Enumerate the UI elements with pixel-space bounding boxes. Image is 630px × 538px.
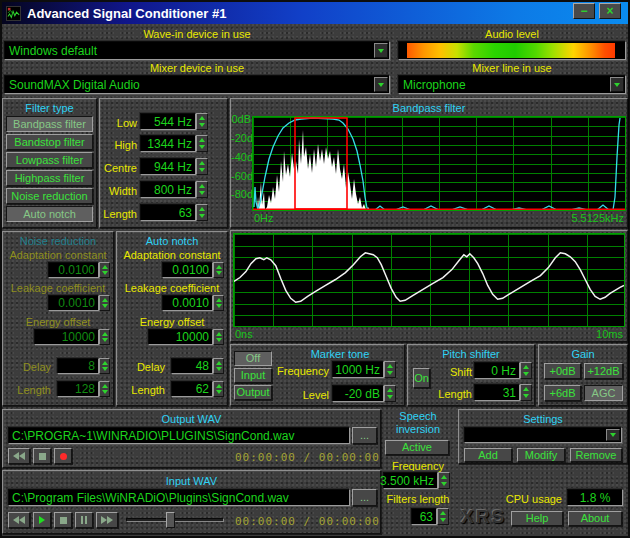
speech-inversion-active-button[interactable]: Active xyxy=(385,440,449,455)
chevron-down-icon[interactable] xyxy=(374,43,388,58)
output-rewind-button[interactable] xyxy=(8,448,30,464)
pitch-on-button[interactable]: On xyxy=(413,368,430,388)
filter-bandstop-button[interactable]: Bandstop filter xyxy=(6,134,93,150)
settings-select[interactable] xyxy=(464,427,622,443)
pitch-length-spinner[interactable] xyxy=(520,384,532,401)
marker-level-spinner[interactable] xyxy=(384,385,396,402)
output-record-button[interactable] xyxy=(54,448,72,464)
nr-length-spinner[interactable] xyxy=(99,381,110,397)
gain-0db-button[interactable]: +0dB xyxy=(544,363,581,379)
an-leakage-spinner[interactable] xyxy=(213,295,224,311)
filter-highpass-button[interactable]: Highpass filter xyxy=(6,170,93,186)
bandpass-plot[interactable] xyxy=(252,116,626,211)
an-energy-field[interactable]: 10000 xyxy=(148,329,213,345)
title-bar[interactable]: Advanced Signal Conditioner #1 xyxy=(2,2,628,24)
an-length-label: Length xyxy=(117,384,165,396)
wave-in-device-select[interactable]: Windows default xyxy=(4,41,390,60)
close-button[interactable]: × xyxy=(599,3,621,19)
marker-input-button[interactable]: Input xyxy=(234,368,272,383)
speech-frequency-field[interactable]: 3.500 kHz xyxy=(383,472,438,489)
an-delay-spinner[interactable] xyxy=(213,358,224,374)
nr-adaptation-field[interactable]: 0.0100 xyxy=(48,262,99,278)
chevron-down-icon[interactable] xyxy=(374,77,388,92)
settings-title: Settings xyxy=(459,413,627,425)
centre-spinner[interactable] xyxy=(196,158,208,175)
speech-frequency-spinner[interactable] xyxy=(438,472,450,489)
chevron-down-icon[interactable] xyxy=(606,429,620,441)
settings-modify-button[interactable]: Modify xyxy=(517,448,565,462)
nr-delay-spinner[interactable] xyxy=(99,358,110,374)
gain-6db-button[interactable]: +6dB xyxy=(544,385,581,401)
an-leakage-field[interactable]: 0.0010 xyxy=(162,295,213,311)
pitch-length-field[interactable]: 31 xyxy=(474,384,520,401)
input-wav-path-field[interactable]: C:\Program Files\WiNRADiO\Plugins\SignCo… xyxy=(8,489,350,506)
gain-agc-button[interactable]: AGC xyxy=(584,385,623,401)
filter-auto-notch-button[interactable]: Auto notch xyxy=(6,206,93,222)
nr-length-field[interactable]: 128 xyxy=(57,381,99,397)
settings-add-button[interactable]: Add xyxy=(464,448,512,462)
input-rewind-button[interactable] xyxy=(8,512,30,528)
marker-off-button[interactable]: Off xyxy=(234,351,272,366)
settings-remove-button[interactable]: Remove xyxy=(570,448,622,462)
seek-slider-thumb[interactable] xyxy=(166,512,175,528)
spin-up-icon xyxy=(387,388,393,392)
nr-delay-field[interactable]: 8 xyxy=(57,358,99,374)
centre-field[interactable]: 944 Hz xyxy=(140,158,196,175)
length-field[interactable]: 63 xyxy=(140,204,196,221)
stop-icon xyxy=(39,453,46,460)
an-energy-label: Energy offset xyxy=(117,316,227,328)
length-spinner[interactable] xyxy=(196,204,208,221)
gain-12db-button[interactable]: +12dB xyxy=(584,363,623,379)
about-button[interactable]: About xyxy=(568,511,622,526)
marker-level-field[interactable]: -20 dB xyxy=(332,385,384,402)
an-length-field[interactable]: 62 xyxy=(171,381,213,397)
filters-length-spinner[interactable] xyxy=(437,508,449,525)
input-play-button[interactable] xyxy=(33,512,51,528)
low-spinner[interactable] xyxy=(196,113,208,130)
nr-leakage-spinner[interactable] xyxy=(99,295,110,311)
pitch-shift-field[interactable]: 0 Hz xyxy=(474,362,520,379)
chevron-down-icon[interactable] xyxy=(610,77,624,92)
nr-leakage-field[interactable]: 0.0010 xyxy=(48,295,99,311)
nr-energy-spinner[interactable] xyxy=(99,329,110,345)
marker-frequency-spinner[interactable] xyxy=(384,361,396,378)
output-stop-button[interactable] xyxy=(33,448,51,464)
input-browse-button[interactable]: ... xyxy=(352,489,377,506)
an-delay-field[interactable]: 48 xyxy=(171,358,213,374)
output-wav-title: Output WAV xyxy=(3,413,380,425)
spin-up-icon xyxy=(216,384,222,388)
bandpass-graph-title: Bandpass filter xyxy=(231,102,627,114)
marker-frequency-field[interactable]: 1000 Hz xyxy=(332,361,384,378)
help-button[interactable]: Help xyxy=(511,511,563,526)
input-stop-button[interactable] xyxy=(54,512,72,528)
high-field[interactable]: 1344 Hz xyxy=(140,135,196,152)
marker-output-button[interactable]: Output xyxy=(234,385,272,400)
width-spinner[interactable] xyxy=(196,181,208,198)
filter-noise-reduction-button[interactable]: Noise reduction xyxy=(6,188,93,204)
nr-adaptation-spinner[interactable] xyxy=(99,262,110,278)
input-pause-button[interactable] xyxy=(75,512,93,528)
an-energy-spinner[interactable] xyxy=(213,329,224,345)
an-adaptation-field[interactable]: 0.0100 xyxy=(162,262,213,278)
output-wav-path-field[interactable]: C:\PROGRA~1\WINRADIO\PLUGINS\SignCond.wa… xyxy=(8,427,350,444)
filters-length-field[interactable]: 63 xyxy=(411,508,437,525)
spin-up-icon xyxy=(199,138,205,142)
output-browse-button[interactable]: ... xyxy=(352,427,377,444)
auto-notch-title: Auto notch xyxy=(117,235,227,247)
an-length-spinner[interactable] xyxy=(213,381,224,397)
input-ffwd-button[interactable] xyxy=(96,512,118,528)
nr-energy-field[interactable]: 10000 xyxy=(34,329,99,345)
mixer-device-select[interactable]: SoundMAX Digital Audio xyxy=(4,75,390,94)
pitch-shift-spinner[interactable] xyxy=(520,362,532,379)
seek-slider-track[interactable] xyxy=(126,518,224,522)
mixer-line-select[interactable]: Microphone xyxy=(398,75,626,94)
high-spinner[interactable] xyxy=(196,135,208,152)
filter-bandpass-button[interactable]: Bandpass filter xyxy=(6,116,93,132)
spin-down-icon xyxy=(440,518,446,522)
width-field[interactable]: 800 Hz xyxy=(140,181,196,198)
an-adaptation-spinner[interactable] xyxy=(213,262,224,278)
minimize-button[interactable]: − xyxy=(573,3,595,19)
low-field[interactable]: 544 Hz xyxy=(140,113,196,130)
filter-lowpass-button[interactable]: Lowpass filter xyxy=(6,152,93,168)
scope-x-min: 0ns xyxy=(235,329,253,340)
